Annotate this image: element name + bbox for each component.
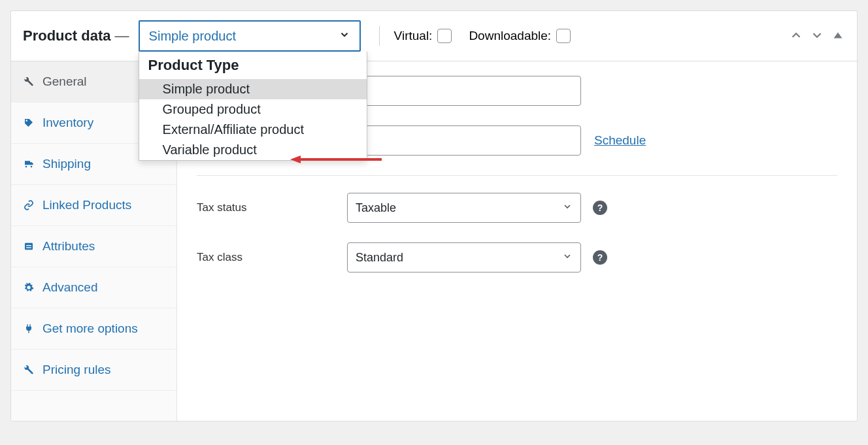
dropdown-item-grouped[interactable]: Grouped product bbox=[139, 99, 367, 120]
tab-pricing[interactable]: Pricing rules bbox=[11, 350, 176, 391]
tab-label: Get more options bbox=[42, 321, 138, 336]
gear-icon bbox=[23, 282, 35, 293]
dropdown-item-variable[interactable]: Variable product bbox=[139, 140, 367, 160]
move-down-icon[interactable] bbox=[810, 28, 824, 44]
svg-rect-1 bbox=[25, 243, 33, 250]
collapse-icon[interactable] bbox=[831, 28, 845, 44]
chevron-down-icon bbox=[339, 29, 350, 44]
tax-status-row: Tax status Taxable ? bbox=[197, 193, 837, 223]
dropdown-group-label: Product Type bbox=[139, 52, 367, 79]
tax-status-label: Tax status bbox=[197, 201, 347, 214]
plug-icon bbox=[23, 323, 35, 334]
tab-label: Pricing rules bbox=[42, 363, 111, 377]
tab-label: Linked Products bbox=[42, 198, 131, 212]
regular-price-input[interactable] bbox=[347, 76, 581, 106]
svg-marker-0 bbox=[834, 32, 843, 38]
tab-label: Advanced bbox=[42, 280, 98, 295]
tab-linked[interactable]: Linked Products bbox=[11, 185, 176, 226]
link-icon bbox=[23, 200, 35, 210]
downloadable-checkbox[interactable] bbox=[556, 29, 571, 43]
dropdown-item-simple[interactable]: Simple product bbox=[139, 79, 367, 99]
svg-rect-2 bbox=[26, 245, 31, 246]
product-type-value: Simple product bbox=[149, 29, 236, 44]
product-type-select-wrap: Simple product Product Type Simple produ… bbox=[139, 20, 361, 52]
truck-icon bbox=[23, 159, 35, 169]
schedule-link[interactable]: Schedule bbox=[594, 133, 646, 148]
dropdown-item-external[interactable]: External/Affiliate product bbox=[139, 120, 367, 140]
tab-get-more[interactable]: Get more options bbox=[11, 308, 176, 350]
tab-advanced[interactable]: Advanced bbox=[11, 267, 176, 308]
list-icon bbox=[23, 241, 35, 252]
chevron-down-icon bbox=[562, 251, 573, 265]
wrench-icon bbox=[23, 365, 35, 375]
virtual-checkbox[interactable] bbox=[437, 29, 452, 43]
product-data-panel: Product data — Simple product Product Ty… bbox=[10, 10, 858, 421]
chevron-down-icon bbox=[562, 201, 573, 215]
downloadable-label: Downloadable: bbox=[469, 29, 571, 43]
wrench-icon bbox=[23, 76, 35, 87]
tab-label: Inventory bbox=[42, 116, 93, 130]
panel-title: Product data — bbox=[23, 27, 129, 44]
tax-class-row: Tax class Standard ? bbox=[197, 242, 837, 272]
tax-status-select[interactable]: Taxable bbox=[347, 193, 581, 223]
panel-header: Product data — Simple product Product Ty… bbox=[11, 11, 857, 61]
help-icon[interactable]: ? bbox=[593, 201, 607, 215]
product-type-dropdown: Product Type Simple product Grouped prod… bbox=[139, 52, 367, 161]
move-up-icon[interactable] bbox=[789, 28, 803, 44]
divider bbox=[197, 175, 837, 176]
virtual-label: Virtual: bbox=[394, 29, 452, 43]
svg-rect-3 bbox=[26, 247, 31, 248]
panel-controls bbox=[789, 28, 845, 44]
tax-class-select[interactable]: Standard bbox=[347, 242, 581, 272]
sale-price-input[interactable] bbox=[347, 125, 581, 156]
separator bbox=[379, 26, 380, 46]
tab-label: Attributes bbox=[42, 239, 95, 254]
tab-label: General bbox=[42, 74, 87, 89]
help-icon[interactable]: ? bbox=[593, 250, 607, 265]
tax-class-label: Tax class bbox=[197, 251, 347, 264]
product-type-select[interactable]: Simple product bbox=[139, 20, 361, 52]
tag-icon bbox=[23, 118, 35, 128]
tab-label: Shipping bbox=[42, 157, 91, 171]
tab-attributes[interactable]: Attributes bbox=[11, 226, 176, 267]
